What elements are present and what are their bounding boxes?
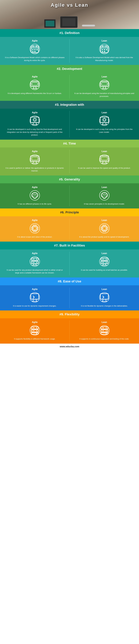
agile-icon-wrap-principle	[30, 223, 40, 234]
section-label-development: Development	[62, 67, 82, 70]
agile-col-definition: Agile It is a Software Development Model…	[0, 37, 69, 65]
agile-label-time: Agile	[32, 150, 38, 153]
section-label-time: Time	[68, 142, 76, 145]
lean-label-integration: Lean	[102, 111, 107, 114]
svg-point-49	[36, 333, 37, 334]
svg-rect-4	[32, 49, 33, 50]
svg-rect-42	[31, 294, 39, 299]
lean-label-generality: Lean	[102, 186, 107, 188]
lean-icon-wrap-ease-of-use	[99, 292, 109, 302]
section-row-development: Agile It is developed using different fr…	[0, 73, 139, 101]
lean-label-definition: Lean	[102, 40, 107, 42]
section-row-built-in-facilities: Agile It can be used for any product dev…	[0, 250, 139, 278]
agile-icon-wrap-development	[30, 80, 40, 90]
svg-rect-1	[31, 48, 38, 48]
section-row-definition: Agile It is a Software Development Model…	[0, 37, 139, 65]
svg-rect-14	[104, 49, 105, 50]
lean-text-definition: It is also a Software Development Model …	[74, 56, 135, 62]
svg-rect-16	[102, 51, 103, 52]
agile-col-flexibility: Agile It supports flexibility in differe…	[0, 318, 69, 344]
agile-label-ease-of-use: Agile	[32, 288, 38, 290]
section-row-time: Agile It is used to perform or deliver t…	[0, 148, 139, 176]
agile-label-flexibility: Agile	[32, 321, 38, 324]
svg-rect-29	[101, 157, 107, 160]
agile-label-built-in-facilities: Agile	[32, 252, 38, 255]
svg-rect-7	[32, 51, 33, 52]
svg-rect-46	[31, 333, 38, 334]
svg-point-48	[36, 330, 37, 331]
agile-text-integration: It can be developed in such a way that t…	[4, 128, 65, 136]
section-label-flexibility: Flexibility	[65, 312, 79, 316]
hero-image: Agile vs Lean	[0, 0, 139, 29]
section-header-generality: #5. Generality	[0, 176, 139, 183]
section-number-ease-of-use: #8.	[58, 280, 62, 283]
agile-text-principle: It is about scope and value of the produ…	[17, 236, 52, 238]
svg-rect-33	[103, 227, 106, 230]
lean-label-ease-of-use: Lean	[102, 288, 107, 290]
agile-label-definition: Agile	[32, 40, 38, 42]
lean-text-integration: It can be developed in such a way that u…	[74, 128, 135, 134]
agile-col-ease-of-use: Agile It is easier to use for dynamic re…	[0, 285, 69, 310]
section-header-built-in-facilities: #7. Built in Facilities	[0, 242, 139, 250]
page-title: Agile vs Lean	[0, 2, 139, 8]
section-number-generality: #5.	[59, 178, 63, 181]
svg-rect-19	[32, 82, 37, 85]
lean-icon-wrap-principle	[99, 223, 109, 234]
lean-label-development: Lean	[102, 76, 107, 78]
lean-col-generality: Lean It has seven principles in its deve…	[70, 183, 139, 208]
lean-icon-wrap-development	[99, 80, 109, 90]
section-number-development: #2.	[57, 67, 61, 70]
lean-icon-wrap-generality	[99, 190, 109, 200]
svg-point-53	[106, 327, 106, 328]
lean-text-development: It can be developed using the transition…	[74, 92, 135, 98]
agile-icon-wrap-integration	[30, 116, 40, 126]
agile-col-integration: Agile It can be developed in such a way …	[0, 109, 69, 140]
footer-url: www.educba.com	[60, 345, 79, 348]
agile-text-flexibility: It supports flexibility in different fra…	[14, 338, 55, 340]
section-row-integration: Agile It can be developed in such a way …	[0, 109, 139, 140]
section-label-ease-of-use: Ease of Use	[63, 280, 81, 283]
agile-icon-wrap-ease-of-use	[30, 292, 40, 302]
agile-text-ease-of-use: It is easier to use for dynamic requirem…	[13, 304, 56, 308]
agile-col-time: Agile It is used to perform or deliver t…	[0, 148, 69, 176]
section-row-flexibility: Agile It supports flexibility in differe…	[0, 318, 139, 344]
svg-rect-12	[106, 45, 106, 47]
svg-rect-8	[34, 51, 35, 52]
section-label-definition: Definition	[65, 31, 79, 35]
svg-rect-2	[33, 45, 33, 47]
lean-label-principle: Lean	[102, 219, 107, 222]
section-header-flexibility: #9. Flexibility	[0, 310, 139, 318]
section-header-definition: #1. Definition	[0, 29, 139, 37]
section-label-principle: Principle	[65, 210, 79, 214]
section-header-time: #4. Time	[0, 140, 139, 148]
footer: www.educba.com	[0, 344, 139, 350]
section-number-built-in-facilities: #7.	[54, 244, 59, 247]
section-label-generality: Generality	[64, 178, 80, 181]
agile-icon-wrap-generality	[30, 190, 40, 200]
lean-col-time: Lean It can be used to improve the speed…	[70, 148, 139, 176]
lean-text-generality: It has seven principles in its developme…	[84, 202, 125, 206]
lean-label-built-in-facilities: Lean	[102, 252, 107, 255]
lean-icon-wrap-integration	[99, 116, 109, 126]
section-number-definition: #1.	[59, 31, 64, 35]
svg-point-47	[36, 327, 37, 328]
agile-label-principle: Agile	[32, 219, 38, 222]
svg-rect-32	[102, 226, 107, 231]
section-label-built-in-facilities: Built in Facilities	[59, 244, 85, 247]
section-number-principle: #6.	[60, 210, 65, 214]
section-label-integration: Integration with	[60, 103, 84, 106]
lean-icon-wrap-definition	[99, 44, 109, 54]
lean-col-development: Lean It can be developed using the trans…	[70, 73, 139, 101]
agile-icon-wrap-built-in-facilities	[30, 256, 40, 266]
section-header-development: #2. Development	[0, 65, 139, 73]
svg-rect-15	[106, 49, 107, 50]
svg-point-54	[106, 330, 106, 331]
agile-text-development: It is developed using different framewor…	[8, 92, 62, 95]
svg-point-55	[106, 333, 106, 334]
agile-label-generality: Agile	[32, 186, 38, 188]
agile-text-built-in-facilities: It can be used for any product developme…	[4, 268, 65, 274]
lean-col-integration: Lean It can be developed in such a way t…	[70, 109, 139, 140]
agile-label-integration: Agile	[32, 111, 38, 114]
section-header-ease-of-use: #8. Ease of Use	[0, 278, 139, 285]
agile-icon-wrap-definition	[30, 44, 40, 54]
